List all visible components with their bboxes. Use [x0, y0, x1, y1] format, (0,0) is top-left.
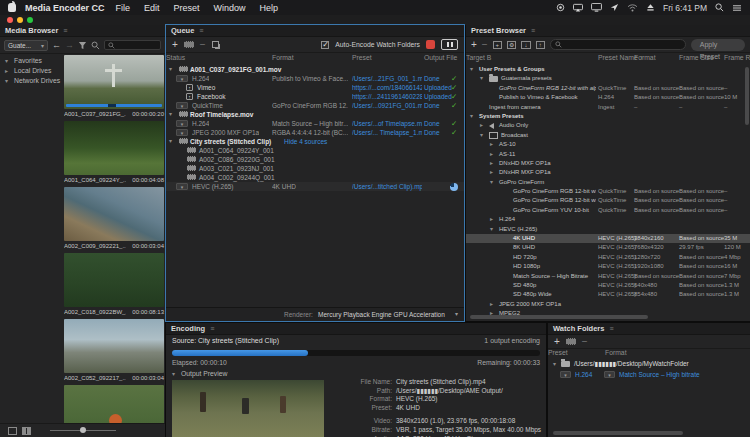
- scrub-bar[interactable]: [66, 104, 162, 107]
- row-expander-icon[interactable]: ▾: [490, 225, 496, 234]
- column-header[interactable]: Target B: [466, 54, 491, 61]
- panel-menu-icon[interactable]: ≡: [199, 27, 203, 34]
- queue-row[interactable]: ▾ ↑ ▾ City streets (Stitched Clip) Hide …: [166, 137, 464, 146]
- preset-row[interactable]: HD 1080p HEVC (H.265) 1920x1080 Based on…: [466, 262, 750, 271]
- tree-expander-icon[interactable]: ▸: [5, 67, 11, 74]
- watch-preset[interactable]: Match Source – High bitrate: [619, 370, 700, 379]
- preset-row[interactable]: ▸ H.264: [466, 215, 750, 224]
- preset-row[interactable]: ▸ DNxHD MXF OP1a: [466, 159, 750, 168]
- back-button[interactable]: ←: [52, 41, 61, 50]
- tab-queue[interactable]: Queue: [171, 26, 194, 35]
- menu-clock[interactable]: Fri 6:41 PM: [663, 3, 707, 13]
- wifi-icon[interactable]: [627, 4, 638, 12]
- output-preview-header[interactable]: ▾ Output Preview: [172, 370, 227, 377]
- row-output-file[interactable]: /Users/...21FG_001_1.mp4: [352, 74, 422, 83]
- vertical-scrollbar[interactable]: [745, 67, 749, 125]
- pause-queue-button[interactable]: [441, 39, 458, 50]
- queue-row[interactable]: ↑ ▾ HEVC (H.265) 4K UHD /Users/...titche…: [166, 182, 464, 191]
- row-format[interactable]: QuickTime: [192, 101, 223, 110]
- close-window-button[interactable]: [7, 17, 13, 23]
- row-expander-icon[interactable]: ▾: [169, 137, 172, 146]
- location-dropdown[interactable]: Guate... ▾: [4, 40, 48, 51]
- row-output-file[interactable]: /Users/...0921FG_001.mov: [352, 101, 422, 110]
- format-dropdown[interactable]: ▾: [176, 75, 188, 82]
- preset-row[interactable]: ▸ AS-11: [466, 150, 750, 159]
- row-expander-icon[interactable]: ▾: [490, 178, 496, 187]
- queue-row[interactable]: ↑ ▾ JPEG 2000 MXF OP1a RGBA 4:4:4:4 12-b…: [166, 128, 464, 137]
- preset-row[interactable]: SD 480p Wide HEVC (H.265) 854x480 Based …: [466, 290, 750, 299]
- preset-row[interactable]: GoPro CineForm YUV 10-bit QuickTime Base…: [466, 206, 750, 215]
- preset-row[interactable]: Match Source – High Bitrate HEVC (H.265)…: [466, 272, 750, 281]
- zoom-window-button[interactable]: [27, 17, 33, 23]
- clip-thumbnail[interactable]: [64, 319, 164, 373]
- preset-row[interactable]: GoPro CineForm RGB 12-bit with alpha... …: [466, 196, 750, 205]
- preset-settings-button[interactable]: ⚙: [507, 41, 516, 49]
- column-header[interactable]: Preset: [548, 349, 568, 356]
- clip-thumbnail[interactable]: [64, 121, 164, 175]
- location-icon[interactable]: [610, 3, 619, 12]
- panel-menu-icon[interactable]: ≡: [609, 325, 613, 332]
- preset-row[interactable]: ▸ JPEG 2000 MXF OP1a: [466, 300, 750, 309]
- queue-row[interactable]: ▾ ↑ ▾ A001_C037_0921FG_001.mov ✓: [166, 65, 464, 74]
- clip-thumbnail[interactable]: [64, 187, 164, 241]
- duplicate-button[interactable]: [212, 41, 219, 48]
- format-dropdown[interactable]: ▾: [176, 129, 188, 136]
- menu-item[interactable]: Window: [214, 3, 246, 13]
- preset-row[interactable]: ▸ Audio Only: [466, 121, 750, 130]
- hide-sources-link[interactable]: Hide 4 sources: [284, 137, 327, 146]
- remove-watch-folder-button[interactable]: −: [582, 337, 588, 347]
- queue-row[interactable]: ↑ ▾ A004_C002_09244Q_001 ✓: [166, 173, 464, 182]
- add-output-button[interactable]: [184, 41, 194, 48]
- horizontal-scrollbar[interactable]: [553, 431, 683, 435]
- media-search-input[interactable]: [104, 40, 161, 50]
- column-header[interactable]: Output File: [424, 54, 457, 61]
- preset-row[interactable]: ▾ System Presets: [466, 112, 750, 121]
- row-expander-icon[interactable]: ▾: [480, 131, 486, 140]
- preset-row[interactable]: GoPro CineForm RGB 12-bit with alpha (Al…: [466, 84, 750, 93]
- minimize-window-button[interactable]: [17, 17, 23, 23]
- import-preset-button[interactable]: ↓: [521, 41, 530, 49]
- row-preset[interactable]: 4K UHD: [272, 182, 296, 191]
- spotlight-icon[interactable]: [715, 3, 724, 12]
- collapse-icon[interactable]: ▾: [172, 370, 178, 377]
- preset-row[interactable]: ▾ User Presets & Groups: [466, 65, 750, 74]
- add-watch-folder-button[interactable]: +: [554, 337, 560, 347]
- filter-icon[interactable]: [78, 41, 87, 50]
- preset-row[interactable]: 8K UHD HEVC (H.265) 7680x4320 29.97 fps …: [466, 243, 750, 252]
- delete-preset-button[interactable]: −: [482, 40, 488, 50]
- preset-row[interactable]: GoPro CineForm RGB 12-bit with alpha Qui…: [466, 187, 750, 196]
- queue-row[interactable]: ↑ ▾ H.264 Publish to Vimeo & Face... /Us…: [166, 74, 464, 83]
- column-header[interactable]: Status: [166, 54, 185, 61]
- queue-row[interactable]: ↑ ▾ Vimeo https://...com/184066142 Uploa…: [166, 83, 464, 92]
- row-preset[interactable]: GoPro CineForm RGB 12...: [272, 101, 348, 110]
- panel-menu-icon[interactable]: ≡: [210, 325, 214, 332]
- preset-row[interactable]: SD 480p HEVC (H.265) 640x480 Based on so…: [466, 281, 750, 290]
- horizontal-scrollbar[interactable]: [470, 315, 648, 319]
- queue-row[interactable]: ↑ ▾ QuickTime GoPro CineForm RGB 12... /…: [166, 101, 464, 110]
- format-dropdown[interactable]: ▾: [176, 183, 188, 190]
- menu-item[interactable]: Help: [260, 3, 279, 13]
- app-menu-title[interactable]: Media Encoder CC: [25, 3, 105, 13]
- new-group-button[interactable]: +: [493, 41, 502, 49]
- apply-preset-button[interactable]: Apply Preset: [691, 39, 745, 51]
- thumbnail-size-slider[interactable]: [50, 430, 116, 431]
- preset-row[interactable]: ▾ GoPro CineForm: [466, 178, 750, 187]
- preset-row[interactable]: Publish to Vimeo & Facebook H.264 Based …: [466, 93, 750, 102]
- queue-row[interactable]: ↑ ▾ Facebook https://...24119614602283 U…: [166, 92, 464, 101]
- media-clip[interactable]: A002_C018_0922BW_... 00:00:08:13: [64, 253, 164, 317]
- row-expander-icon[interactable]: ▾: [470, 112, 476, 121]
- row-output-file[interactable]: https://...com/184066142: [352, 83, 422, 92]
- apple-menu-icon[interactable]: [8, 3, 16, 12]
- renderer-dropdown[interactable]: Mercury Playback Engine GPU Acceleration…: [318, 308, 464, 321]
- export-preset-button[interactable]: ↑: [536, 41, 545, 49]
- media-clip[interactable]: A001_C037_0921FG_... 00:00:00:20: [64, 55, 164, 119]
- menu-item[interactable]: File: [116, 3, 131, 13]
- row-format[interactable]: JPEG 2000 MXF OP1a: [192, 128, 259, 137]
- tab-encoding[interactable]: Encoding: [171, 324, 205, 333]
- row-expander-icon[interactable]: ▾: [470, 65, 476, 74]
- queue-row[interactable]: ▾ ↑ ▾ Roof Timelapse.mov ✓: [166, 110, 464, 119]
- row-expander-icon[interactable]: ▸: [490, 168, 496, 177]
- panel-menu-icon[interactable]: ≡: [531, 27, 535, 34]
- tree-item[interactable]: ▾ Network Drives: [0, 75, 62, 85]
- row-expander-icon[interactable]: ▾: [553, 359, 556, 369]
